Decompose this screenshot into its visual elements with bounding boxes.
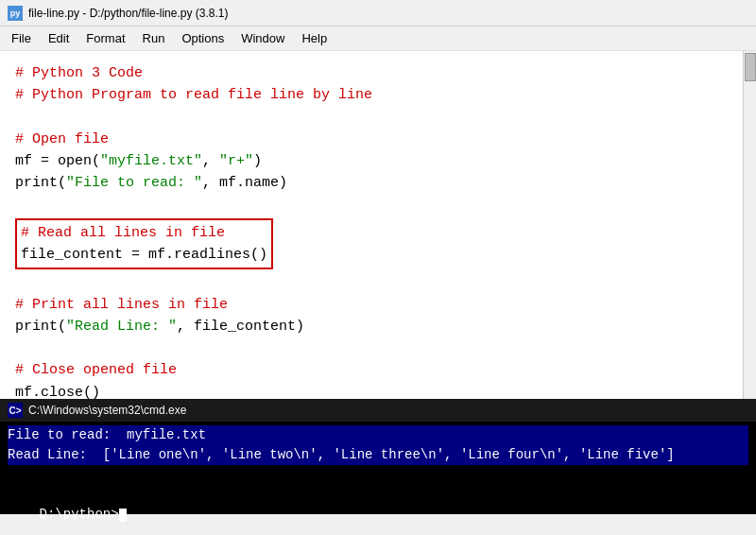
menu-help[interactable]: Help [294,29,335,47]
cursor [119,509,127,522]
cmd-output-area: File to read: myfile.txt Read Line: ['Li… [0,422,756,514]
code-line-8: # Read all lines in file [21,222,267,244]
code-line-4: # Open file [15,129,741,150]
editor-scrollbar[interactable] [743,51,756,399]
cmd-prompt-text: D:\python> [40,507,119,522]
code-line-3 [15,107,741,129]
code-line-11: # Print all lines in file [15,294,741,316]
cmd-blank-line [8,465,748,485]
code-line-2: # Python Program to read file line by li… [15,84,741,106]
cmd-output-line-2: Read Line: ['Line one\n', 'Line two\n', … [8,445,748,465]
cmd-title-bar: C> C:\Windows\system32\cmd.exe [0,399,756,422]
code-line-12: print("Read Line: ", file_content) [15,316,741,337]
title-bar: py file-line.py - D:/python/file-line.py… [0,0,756,26]
menu-format[interactable]: Format [78,29,132,47]
menu-run[interactable]: Run [135,29,173,47]
cmd-title: C:\Windows\system32\cmd.exe [28,404,186,417]
app-icon: py [8,6,23,21]
editor-container: # Python 3 Code # Python Program to read… [0,51,756,399]
code-line-14: # Close opened file [15,359,741,381]
window-title: file-line.py - D:/python/file-line.py (3… [28,7,228,20]
code-line-13 [15,337,741,359]
code-editor[interactable]: # Python 3 Code # Python Program to read… [0,51,756,399]
code-line-9: file_content = mf.readlines() [21,244,267,266]
cmd-prompt-line: D:\python> [8,485,748,535]
cmd-output-line-1: File to read: myfile.txt [8,425,748,445]
menu-bar: File Edit Format Run Options Window Help [0,26,756,51]
menu-options[interactable]: Options [174,29,232,47]
code-line-7 [15,195,741,216]
code-line-10 [15,271,741,293]
menu-edit[interactable]: Edit [41,29,77,47]
cmd-icon: C> [8,403,23,418]
code-line-6: print("File to read: ", mf.name) [15,172,741,194]
code-highlight-block: # Read all lines in file file_content = … [15,218,273,270]
code-line-1: # Python 3 Code [15,62,741,84]
menu-window[interactable]: Window [233,29,292,47]
menu-file[interactable]: File [4,29,39,47]
code-line-15: mf.close() [15,382,741,400]
code-line-5: mf = open("myfile.txt", "r+") [15,150,741,172]
scroll-thumb[interactable] [745,53,756,81]
